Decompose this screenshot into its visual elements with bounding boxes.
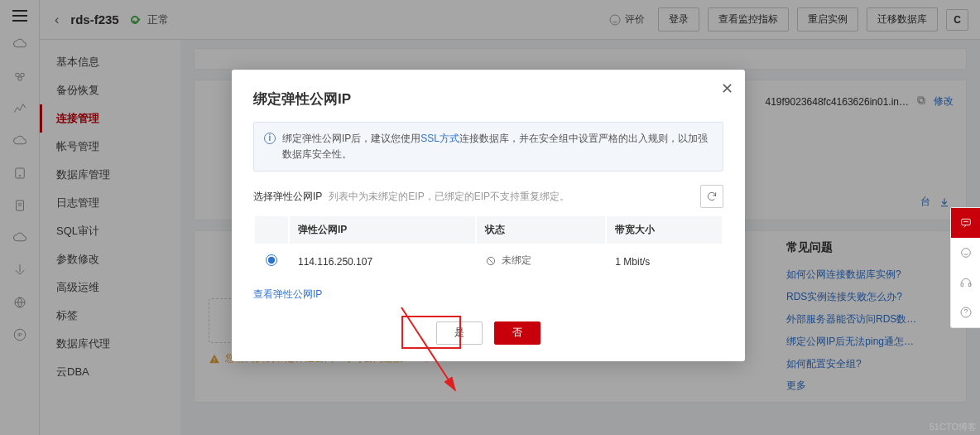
dock-headset-icon[interactable] — [951, 268, 980, 297]
close-icon[interactable]: ✕ — [721, 80, 733, 98]
ssl-link[interactable]: SSL方式 — [420, 133, 459, 144]
view-eip-link[interactable]: 查看弹性公网IP — [253, 288, 322, 302]
info-icon: i — [264, 133, 276, 144]
svg-point-20 — [961, 249, 970, 258]
svg-rect-21 — [961, 283, 963, 287]
col-ip: 弹性公网IP — [290, 216, 475, 244]
cancel-button[interactable]: 否 — [494, 321, 540, 345]
eip-ip: 114.116.250.107 — [290, 245, 475, 278]
refresh-eip-button[interactable] — [700, 185, 723, 208]
eip-table: 弹性公网IP 状态 带宽大小 114.116.250.107 未绑定 1 Mbi — [253, 215, 723, 279]
svg-point-19 — [967, 221, 968, 222]
col-bw: 带宽大小 — [607, 216, 722, 244]
eip-radio[interactable] — [266, 254, 277, 266]
watermark: 51CTO博客 — [930, 421, 977, 433]
info-box: i 绑定弹性公网IP后，建议您使用SSL方式连接数据库，并在安全组中设置严格的出… — [253, 122, 723, 172]
col-status: 状态 — [477, 216, 605, 244]
dock-smile-icon[interactable] — [951, 238, 980, 268]
help-dock — [950, 207, 980, 328]
confirm-button[interactable]: 是 — [436, 321, 483, 345]
svg-point-18 — [965, 221, 966, 222]
svg-point-17 — [963, 221, 964, 222]
dock-chat-icon[interactable] — [951, 208, 980, 238]
eip-status: 未绑定 — [502, 254, 531, 268]
table-row[interactable]: 114.116.250.107 未绑定 1 Mbit/s — [255, 245, 722, 278]
modal-title: 绑定弹性公网IP — [253, 89, 723, 109]
select-eip-hint: 列表中为未绑定的EIP，已绑定的EIP不支持重复绑定。 — [329, 190, 569, 204]
dock-help-icon[interactable] — [951, 297, 980, 327]
eip-bw: 1 Mbit/s — [607, 245, 722, 278]
bind-eip-modal: ✕ 绑定弹性公网IP i 绑定弹性公网IP后，建议您使用SSL方式连接数据库，并… — [232, 70, 745, 361]
unbound-icon — [485, 255, 497, 267]
select-eip-label: 选择弹性公网IP — [253, 190, 322, 204]
svg-rect-22 — [968, 283, 971, 287]
